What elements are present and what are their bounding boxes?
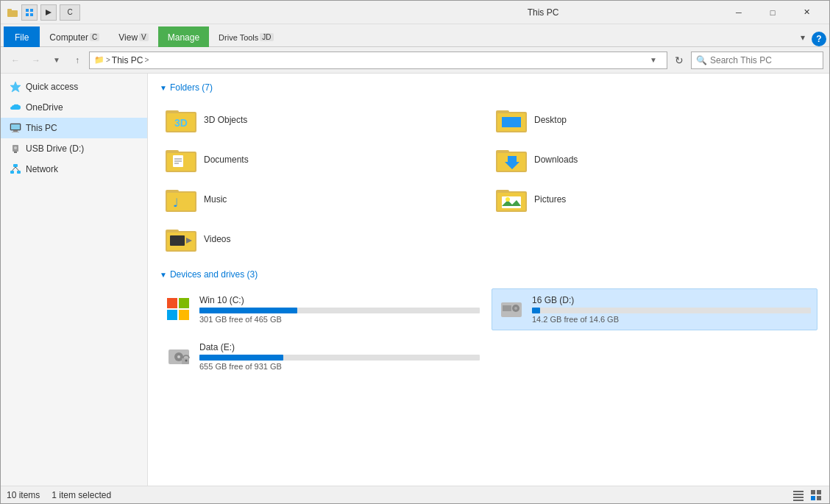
sidebar-item-this-pc[interactable]: This PC — [1, 118, 147, 138]
search-box[interactable]: 🔍 — [691, 52, 823, 69]
drive-d-bar-bg — [532, 308, 811, 313]
network-icon — [10, 163, 21, 175]
refresh-button[interactable]: ↻ — [670, 52, 688, 69]
svg-rect-40 — [167, 193, 195, 210]
tiles-view-button[interactable] — [809, 488, 823, 503]
sidebar-item-quick-access[interactable]: Quick access — [1, 77, 147, 97]
svg-rect-70 — [817, 490, 821, 494]
expand-nav-button[interactable]: ▼ — [48, 52, 65, 69]
folder-downloads-label: Downloads — [534, 155, 578, 165]
tab-view[interactable]: View V — [109, 26, 157, 47]
status-selected: 1 item selected — [52, 490, 111, 500]
svg-rect-52 — [167, 298, 177, 308]
drive-c-bar-bg — [199, 308, 480, 313]
up-button[interactable]: ↑ — [68, 52, 86, 69]
folders-section-header[interactable]: ▼ Folders (7) — [160, 82, 817, 93]
drive-e-name: Data (E:) — [199, 342, 480, 352]
folder-3d-objects-icon: 3D — [166, 106, 198, 134]
drive-e-bar-bg — [199, 355, 480, 361]
address-path-bar[interactable]: 📁 > This PC > ▼ — [89, 52, 667, 69]
svg-rect-3 — [30, 9, 33, 12]
svg-rect-5 — [30, 13, 33, 16]
breadcrumb-this-pc[interactable]: This PC — [112, 55, 143, 65]
drive-e-space: 655 GB free of 931 GB — [199, 362, 480, 371]
drive-c-icon — [166, 297, 192, 323]
folder-downloads[interactable]: Downloads — [490, 141, 817, 178]
sidebar: Quick access OneDrive — [1, 74, 148, 486]
drive-c[interactable]: Win 10 (C:) 301 GB free of 465 GB — [160, 288, 486, 330]
drive-c-space: 301 GB free of 465 GB — [199, 315, 480, 324]
search-input[interactable] — [710, 55, 820, 65]
svg-rect-15 — [10, 171, 14, 174]
list-view-button[interactable] — [791, 488, 806, 503]
folder-videos[interactable]: Videos — [160, 221, 487, 258]
folder-music[interactable]: ♩ Music — [160, 181, 487, 218]
ribbon-tab-list: File Computer C View V Manage Drive Tool… — [1, 24, 829, 46]
svg-rect-10 — [12, 132, 19, 132]
status-bar: 10 items 1 item selected — [1, 486, 829, 503]
svg-rect-12 — [14, 152, 17, 153]
drive-e-icon — [166, 344, 192, 370]
cloud-icon — [10, 102, 21, 113]
drive-c-name: Win 10 (C:) — [199, 295, 480, 305]
svg-rect-67 — [793, 497, 804, 498]
folders-title: Folders (7) — [170, 82, 213, 93]
tab-drive-tools-label: Drive Tools — [219, 33, 258, 42]
back-button[interactable]: ← — [7, 52, 24, 69]
folder-documents[interactable]: Documents — [160, 141, 487, 178]
svg-rect-14 — [13, 164, 18, 167]
drive-d-space: 14.2 GB free of 14.6 GB — [532, 315, 811, 324]
minimize-button[interactable]: ─ — [722, 1, 756, 24]
sidebar-item-network[interactable]: Network — [1, 159, 147, 180]
main-area: Quick access OneDrive — [1, 74, 829, 486]
tab-file[interactable]: File — [4, 26, 40, 47]
sidebar-item-usb-drive[interactable]: USB Drive (D:) — [1, 138, 147, 159]
forward-button[interactable]: → — [27, 52, 45, 69]
svg-marker-6 — [10, 82, 21, 92]
tab-view-badge: V — [139, 33, 149, 41]
usb-icon — [10, 143, 21, 155]
maximize-button[interactable]: □ — [756, 1, 790, 24]
drive-e-info: Data (E:) 655 GB free of 931 GB — [199, 342, 480, 371]
sidebar-item-quick-access-label: Quick access — [26, 82, 78, 92]
svg-rect-72 — [817, 496, 821, 500]
drives-section-header[interactable]: ▼ Devices and drives (3) — [160, 269, 817, 280]
folder-downloads-icon — [496, 146, 528, 174]
svg-rect-65 — [793, 491, 804, 492]
folder-3d-objects[interactable]: 3D 3D Objects — [160, 102, 487, 138]
svg-rect-9 — [13, 130, 18, 132]
quick-access-toolbar-btn-3[interactable]: C — [60, 4, 80, 21]
sidebar-item-onedrive[interactable]: OneDrive — [1, 97, 147, 118]
sidebar-item-usb-label: USB Drive (D:) — [26, 143, 84, 154]
ribbon-help-btn[interactable]: ? — [812, 32, 826, 46]
drives-chevron: ▼ — [160, 271, 167, 279]
svg-point-62 — [177, 355, 180, 358]
drive-e[interactable]: Data (E:) 655 GB free of 931 GB — [160, 336, 486, 377]
tab-computer-badge: C — [90, 33, 99, 41]
folder-desktop-label: Desktop — [534, 115, 567, 125]
svg-point-13 — [14, 146, 17, 149]
folder-music-icon: ♩ — [166, 185, 198, 213]
tab-manage[interactable]: Manage — [158, 26, 209, 47]
tab-computer[interactable]: Computer C — [40, 26, 109, 47]
address-dropdown-btn[interactable]: ▼ — [645, 52, 662, 69]
quick-access-toolbar-btn-2[interactable] — [40, 4, 57, 21]
svg-rect-55 — [179, 310, 189, 320]
svg-rect-26 — [502, 117, 521, 127]
folder-pictures[interactable]: Pictures — [490, 181, 817, 218]
tab-drive-tools[interactable]: Drive Tools JD — [209, 26, 283, 47]
star-icon — [10, 81, 21, 93]
folder-desktop[interactable]: Desktop — [490, 102, 817, 138]
svg-rect-53 — [179, 298, 189, 308]
explorer-window: C This PC ─ □ ✕ File Computer C View V M… — [0, 0, 830, 504]
ribbon-expand-btn[interactable]: ▾ — [794, 29, 812, 46]
ribbon: File Computer C View V Manage Drive Tool… — [1, 24, 829, 47]
svg-rect-0 — [7, 10, 18, 17]
close-button[interactable]: ✕ — [790, 1, 823, 24]
address-bar: ← → ▼ ↑ 📁 > This PC > ▼ ↻ 🔍 — [1, 47, 829, 74]
quick-access-toolbar-btn-1[interactable] — [21, 4, 38, 21]
drive-d-name: 16 GB (D:) — [532, 295, 811, 305]
folder-3d-objects-label: 3D Objects — [204, 115, 247, 125]
svg-point-59 — [514, 307, 517, 310]
drive-d[interactable]: 16 GB (D:) 14.2 GB free of 14.6 GB — [492, 288, 817, 330]
